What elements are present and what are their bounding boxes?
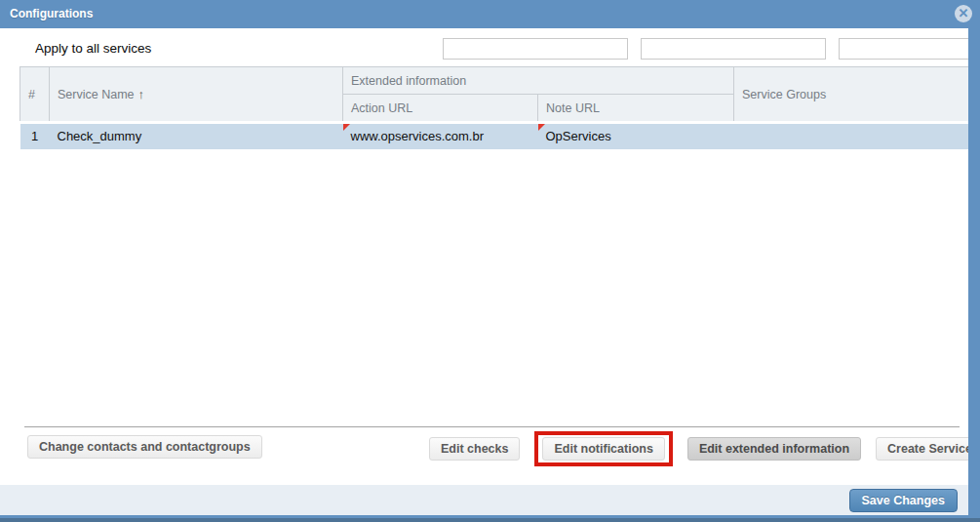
column-header-service-name[interactable]: Service Name↑: [50, 67, 343, 123]
service-groups-cell[interactable]: [734, 123, 968, 149]
edit-extended-information-button[interactable]: Edit extended information: [687, 437, 861, 461]
change-contacts-button[interactable]: Change contacts and contactgroups: [27, 435, 262, 459]
note-url-cell[interactable]: OpServices: [538, 123, 734, 149]
service-name-label: Service Name: [58, 88, 135, 101]
column-group-extended-information: Extended information: [343, 67, 734, 95]
filter-input-service-groups[interactable]: [839, 38, 968, 60]
apply-to-all-label: Apply to all services: [35, 41, 151, 56]
dialog-titlebar: Configurations ✕: [0, 0, 980, 28]
action-url-cell[interactable]: www.opservices.com.br: [343, 123, 538, 149]
service-name-cell[interactable]: Check_dummy: [50, 123, 343, 149]
filter-input-note-url[interactable]: [641, 38, 826, 60]
edited-marker-icon: [538, 124, 545, 131]
services-table: # Service Name↑ Extended information Ser…: [20, 66, 968, 149]
note-url-value: OpServices: [546, 129, 611, 143]
edit-checks-button[interactable]: Edit checks: [429, 437, 520, 461]
column-header-num: #: [20, 67, 50, 123]
edited-marker-icon: [343, 124, 350, 131]
column-header-service-groups[interactable]: Service Groups: [734, 67, 968, 123]
close-icon[interactable]: ✕: [955, 5, 972, 22]
edit-notifications-button[interactable]: Edit notifications: [542, 437, 664, 461]
sort-ascending-icon: ↑: [138, 87, 145, 101]
create-service-groups-button[interactable]: Create Service Groups: [876, 437, 968, 461]
highlight-annotation: Edit notifications: [534, 431, 672, 466]
action-url-value: www.opservices.com.br: [351, 129, 485, 143]
table-row[interactable]: 1 Check_dummy www.opservices.com.br OpSe…: [20, 123, 969, 149]
dialog-footer: Save Changes: [0, 485, 968, 515]
configurations-dialog: Apply to all services # Service Name↑ Ex…: [0, 28, 968, 515]
column-header-note-url[interactable]: Note URL: [538, 95, 734, 123]
page-background: Configurations ✕ Apply to all services #…: [0, 0, 980, 520]
save-changes-button[interactable]: Save Changes: [849, 489, 958, 512]
actions-divider: [24, 426, 960, 427]
edit-actions-group: Edit checks Edit notifications Edit exte…: [429, 431, 968, 466]
row-number-cell: 1: [20, 123, 50, 149]
dialog-title: Configurations: [10, 0, 93, 28]
column-header-action-url[interactable]: Action URL: [343, 95, 538, 123]
window-bottom-edge: [0, 518, 980, 520]
filter-input-action-url[interactable]: [443, 38, 628, 60]
